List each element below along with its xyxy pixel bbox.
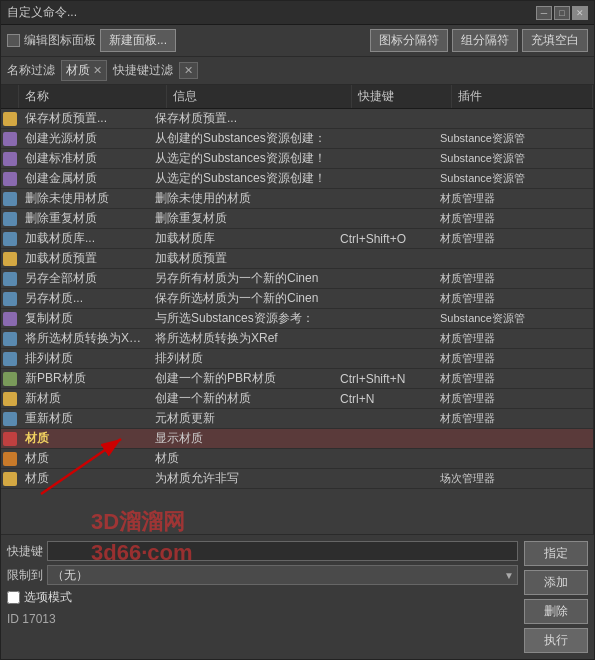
- row-icon-cell: [1, 172, 19, 186]
- row-shortcut: [334, 258, 434, 260]
- remove-button[interactable]: 删除: [524, 599, 588, 624]
- th-name: 名称: [19, 85, 167, 108]
- row-icon-cell: [1, 472, 19, 486]
- row-plugin: 材质管理器: [434, 350, 593, 367]
- table-row[interactable]: 删除未使用材质 删除未使用的材质 材质管理器: [1, 189, 593, 209]
- row-name: 加载材质库...: [19, 229, 149, 248]
- name-filter-value: 材质: [66, 62, 90, 79]
- id-text: ID 17013: [7, 612, 518, 626]
- material-icon: [3, 152, 17, 166]
- material-icon: [3, 352, 17, 366]
- row-shortcut: [334, 218, 434, 220]
- row-name: 删除重复材质: [19, 209, 149, 228]
- row-plugin: 材质管理器: [434, 330, 593, 347]
- row-icon-cell: [1, 232, 19, 246]
- row-info: 加载材质库: [149, 229, 334, 248]
- row-plugin: Substance资源管: [434, 170, 593, 187]
- row-plugin: [434, 258, 593, 260]
- assign-button[interactable]: 指定: [524, 541, 588, 566]
- fill-blank-button[interactable]: 充填空白: [522, 29, 588, 52]
- row-plugin: 场次管理器: [434, 470, 593, 487]
- row-icon-cell: [1, 132, 19, 146]
- row-info: 加载材质预置: [149, 249, 334, 268]
- table-row[interactable]: 加载材质库... 加载材质库 Ctrl+Shift+O 材质管理器: [1, 229, 593, 249]
- row-info: 删除未使用的材质: [149, 189, 334, 208]
- row-name: 复制材质: [19, 309, 149, 328]
- material-icon: [3, 472, 17, 486]
- row-shortcut: [334, 418, 434, 420]
- option-mode-checkbox[interactable]: [7, 591, 20, 604]
- table-row[interactable]: 材质 为材质允许非写 场次管理器: [1, 469, 593, 489]
- table-row[interactable]: 创建光源材质 从创建的Substances资源创建： Substance资源管: [1, 129, 593, 149]
- main-area: 名称 信息 快捷键 插件 保存材质预置... 保存材质预置... 创建光源材质 …: [1, 85, 594, 534]
- table-row[interactable]: 材质 显示材质: [1, 429, 593, 449]
- row-shortcut: [334, 458, 434, 460]
- table-row[interactable]: 排列材质 排列材质 材质管理器: [1, 349, 593, 369]
- row-shortcut: [334, 338, 434, 340]
- row-name: 另存全部材质: [19, 269, 149, 288]
- main-window: 自定义命令... ─ □ ✕ 编辑图标面板 新建面板... 图标分隔符 组分隔符…: [0, 0, 595, 660]
- row-plugin: 材质管理器: [434, 370, 593, 387]
- th-info: 信息: [167, 85, 352, 108]
- row-plugin: Substance资源管: [434, 310, 593, 327]
- row-plugin: Substance资源管: [434, 130, 593, 147]
- row-shortcut: [334, 138, 434, 140]
- option-mode-label: 选项模式: [24, 589, 72, 606]
- row-info: 删除重复材质: [149, 209, 334, 228]
- filter-bar: 名称过滤 材质 ✕ 快捷键过滤 ✕: [1, 57, 594, 85]
- limit-select[interactable]: （无）: [47, 565, 518, 585]
- row-icon-cell: [1, 372, 19, 386]
- table-row[interactable]: 新材质 创建一个新的材质 Ctrl+N 材质管理器: [1, 389, 593, 409]
- shortcut-filter-tag: ✕: [179, 62, 198, 79]
- table-row[interactable]: 另存全部材质 另存所有材质为一个新的Cinen 材质管理器: [1, 269, 593, 289]
- row-info: 从选定的Substances资源创建！: [149, 149, 334, 168]
- shortcut-input[interactable]: [47, 541, 518, 561]
- table-row[interactable]: 创建标准材质 从选定的Substances资源创建！ Substance资源管: [1, 149, 593, 169]
- row-info: 保存材质预置...: [149, 109, 334, 128]
- table-row[interactable]: 新PBR材质 创建一个新的PBR材质 Ctrl+Shift+N 材质管理器: [1, 369, 593, 389]
- group-separator-button[interactable]: 组分隔符: [452, 29, 518, 52]
- row-info: 从创建的Substances资源创建：: [149, 129, 334, 148]
- minimize-button[interactable]: ─: [536, 6, 552, 20]
- shortcut-row: 快捷键: [7, 541, 518, 561]
- row-info: 从选定的Substances资源创建！: [149, 169, 334, 188]
- row-shortcut: [334, 158, 434, 160]
- table-body[interactable]: 保存材质预置... 保存材质预置... 创建光源材质 从创建的Substance…: [1, 109, 593, 534]
- row-shortcut: Ctrl+Shift+O: [334, 231, 434, 247]
- material-icon: [3, 252, 17, 266]
- row-info: 创建一个新的PBR材质: [149, 369, 334, 388]
- th-icon: [1, 85, 19, 108]
- name-filter-clear[interactable]: ✕: [93, 64, 102, 77]
- maximize-button[interactable]: □: [554, 6, 570, 20]
- row-icon-cell: [1, 412, 19, 426]
- close-button[interactable]: ✕: [572, 6, 588, 20]
- icon-separator-button[interactable]: 图标分隔符: [370, 29, 448, 52]
- shortcut-filter-label: 快捷键过滤: [113, 62, 173, 79]
- table-row[interactable]: 保存材质预置... 保存材质预置...: [1, 109, 593, 129]
- table-row[interactable]: 删除重复材质 删除重复材质 材质管理器: [1, 209, 593, 229]
- execute-button[interactable]: 执行: [524, 628, 588, 653]
- table-row[interactable]: 加载材质预置 加载材质预置: [1, 249, 593, 269]
- row-shortcut: [334, 118, 434, 120]
- table-row[interactable]: 创建金属材质 从选定的Substances资源创建！ Substance资源管: [1, 169, 593, 189]
- toolbar: 编辑图标面板 新建面板... 图标分隔符 组分隔符 充填空白: [1, 25, 594, 57]
- table-row[interactable]: 材质 材质: [1, 449, 593, 469]
- row-name: 新PBR材质: [19, 369, 149, 388]
- row-plugin: Substance资源管: [434, 150, 593, 167]
- row-name: 材质: [19, 429, 149, 448]
- material-icon: [3, 232, 17, 246]
- table-row[interactable]: 复制材质 与所选Substances资源参考： Substance资源管: [1, 309, 593, 329]
- new-panel-button[interactable]: 新建面板...: [100, 29, 176, 52]
- bottom-panel: 快捷键 限制到 （无） ▼ 选项模式 ID 17013: [1, 534, 594, 659]
- add-button[interactable]: 添加: [524, 570, 588, 595]
- table-row[interactable]: 将所选材质转换为XRef 将所选材质转换为XRef 材质管理器: [1, 329, 593, 349]
- table-row[interactable]: 另存材质... 保存所选材质为一个新的Cinen 材质管理器: [1, 289, 593, 309]
- window-title: 自定义命令...: [7, 4, 77, 21]
- bottom-left: 快捷键 限制到 （无） ▼ 选项模式 ID 17013: [7, 541, 518, 653]
- limit-label: 限制到: [7, 567, 43, 584]
- row-name: 排列材质: [19, 349, 149, 368]
- table-row[interactable]: 重新材质 元材质更新 材质管理器: [1, 409, 593, 429]
- bottom-content: 快捷键 限制到 （无） ▼ 选项模式 ID 17013: [7, 541, 588, 653]
- edit-panel-checkbox[interactable]: [7, 34, 20, 47]
- shortcut-filter-clear[interactable]: ✕: [184, 64, 193, 77]
